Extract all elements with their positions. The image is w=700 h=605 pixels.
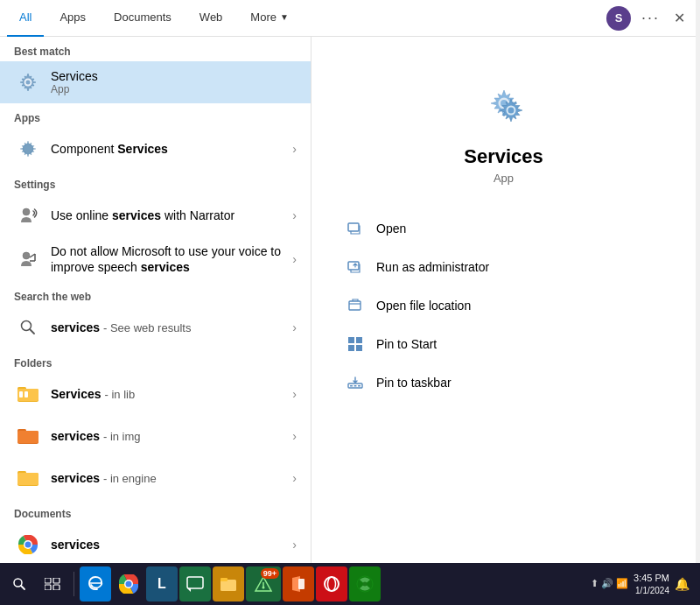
taskbar-files[interactable] [213, 566, 244, 601]
chrome-doc-icon [14, 531, 42, 559]
svg-rect-42 [358, 385, 360, 387]
component-services-item[interactable]: Component Services › [0, 128, 311, 170]
folder-lib-title: Services - in lib [51, 387, 285, 401]
folder-lib-icon [14, 380, 42, 408]
taskbar-separator [74, 572, 74, 596]
best-match-item[interactable]: Services App [0, 61, 311, 103]
web-search-text: services - See web results [51, 320, 285, 334]
taskbar-tray: ⬆ 🔊 📶 3:45 PM 1/1/2024 🔔 [591, 572, 696, 595]
run-admin-icon [345, 257, 366, 278]
folder-engine-title: services - in engine [51, 471, 285, 485]
run-admin-label: Run as administrator [376, 260, 489, 274]
action-open-location[interactable]: Open file location [338, 286, 669, 325]
taskbar-chrome[interactable] [113, 566, 144, 601]
folder-lib-text: Services - in lib [51, 387, 285, 401]
folder-engine-chevron: › [292, 471, 297, 485]
open-location-label: Open file location [376, 299, 471, 313]
task-view-button[interactable] [37, 566, 68, 601]
taskbar-search-button[interactable] [4, 566, 35, 601]
apps-section-label: Apps [0, 103, 311, 128]
taskbar-messages[interactable] [179, 566, 211, 601]
microsoft-title: Do not allow Microsoft to use your voice… [51, 243, 285, 275]
tab-web[interactable]: Web [187, 0, 235, 37]
svg-line-7 [30, 254, 35, 257]
pin-taskbar-icon [345, 372, 366, 393]
svg-rect-55 [220, 578, 228, 581]
content-area: Best match Services App Apps [0, 37, 696, 578]
app-detail-title: Services [464, 145, 543, 168]
component-services-icon [14, 135, 42, 163]
svg-rect-41 [354, 385, 357, 387]
folder-img-chevron: › [292, 429, 297, 443]
close-button[interactable]: ✕ [670, 10, 689, 26]
microsoft-services-item[interactable]: Do not allow Microsoft to use your voice… [0, 236, 311, 282]
services-subtitle: App [51, 83, 297, 95]
taskbar-notification[interactable]: 99+ [246, 566, 281, 601]
narrator-services-item[interactable]: Use online services with Narrator › [0, 194, 311, 236]
right-panel: Services App Open [312, 37, 696, 578]
svg-rect-15 [19, 391, 23, 397]
tab-more[interactable]: More ▼ [238, 0, 301, 37]
tabs-right: S ··· ✕ [606, 6, 689, 31]
notification-center[interactable]: 🔔 [675, 577, 690, 591]
taskbar-launcher[interactable]: L [146, 566, 178, 601]
services-result-text: Services App [51, 69, 297, 95]
services-app-icon [14, 68, 42, 96]
svg-rect-58 [298, 579, 304, 589]
narrator-icon [14, 201, 42, 229]
services-title: Services [51, 69, 297, 83]
tab-apps[interactable]: Apps [47, 0, 98, 37]
svg-rect-47 [45, 578, 51, 583]
tab-all[interactable]: All [7, 0, 44, 37]
action-open[interactable]: Open [338, 209, 669, 248]
action-pin-start[interactable]: Pin to Start [338, 325, 669, 363]
folder-engine-item[interactable]: services - in engine › [0, 457, 311, 499]
tabs-row: All Apps Documents Web More ▼ S ··· ✕ [0, 0, 696, 37]
taskbar-xbox[interactable] [349, 566, 381, 601]
doc-services-title: services [51, 538, 285, 552]
taskbar-office[interactable] [283, 566, 314, 601]
svg-rect-34 [349, 301, 360, 310]
svg-rect-37 [348, 345, 354, 351]
open-icon [345, 218, 366, 239]
action-run-admin[interactable]: Run as administrator [338, 248, 669, 286]
folder-img-text: services - in img [51, 429, 285, 443]
action-pin-taskbar[interactable]: Pin to taskbar [338, 363, 669, 402]
svg-rect-38 [356, 345, 362, 351]
svg-rect-40 [350, 385, 353, 387]
microsoft-text: Do not allow Microsoft to use your voice… [51, 243, 285, 275]
svg-rect-53 [187, 577, 203, 588]
taskbar: L 99+ [0, 563, 700, 605]
user-avatar[interactable]: S [606, 6, 631, 31]
doc-services-text: services [51, 538, 285, 552]
svg-rect-32 [348, 223, 359, 231]
svg-line-46 [21, 586, 24, 589]
tab-documents[interactable]: Documents [102, 0, 184, 37]
component-services-title: Component Services [51, 142, 285, 156]
svg-point-60 [328, 577, 336, 591]
taskbar-opera[interactable] [316, 566, 347, 601]
svg-point-2 [26, 81, 31, 85]
search-window: All Apps Documents Web More ▼ S ··· ✕ Be… [0, 0, 696, 578]
svg-point-25 [25, 542, 32, 548]
doc-services-item[interactable]: services › [0, 524, 311, 566]
folder-lib-item[interactable]: Services - in lib › [0, 373, 311, 415]
microsoft-icon [14, 245, 42, 273]
action-list: Open Run as administrator [312, 209, 696, 402]
folders-section-label: Folders [0, 348, 311, 373]
folder-engine-icon [14, 464, 42, 492]
more-button[interactable]: ··· [638, 9, 663, 27]
app-detail-icon [472, 72, 536, 135]
web-search-icon [14, 313, 42, 341]
best-match-label: Best match [0, 37, 311, 61]
microsoft-chevron: › [292, 252, 297, 266]
folder-img-item[interactable]: services - in img › [0, 415, 311, 457]
web-search-item[interactable]: services - See web results › [0, 306, 311, 348]
clock: 3:45 PM 1/1/2024 [634, 572, 669, 595]
tray-icons: ⬆ 🔊 📶 [591, 578, 628, 589]
taskbar-edge[interactable] [80, 566, 111, 601]
narrator-title: Use online services with Narrator [51, 208, 285, 222]
svg-rect-22 [18, 473, 38, 485]
svg-rect-48 [53, 578, 60, 583]
narrator-text: Use online services with Narrator [51, 208, 285, 222]
